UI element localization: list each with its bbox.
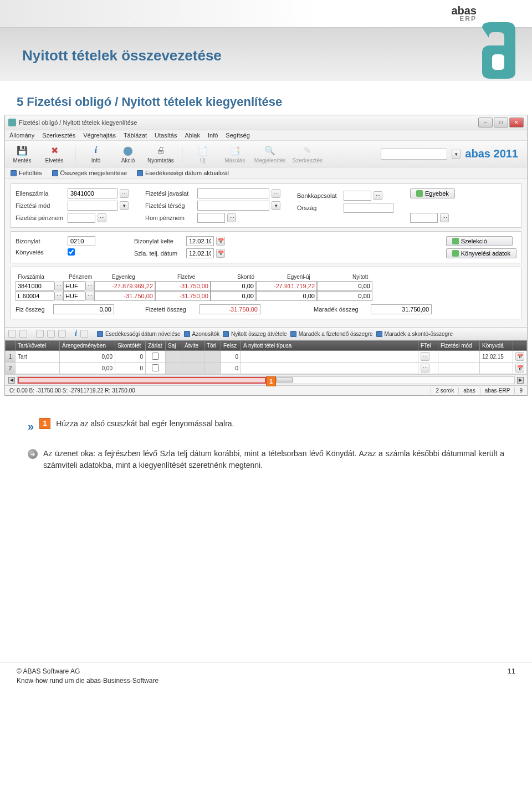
- grid-opt-rem-pay[interactable]: Maradék a fizetendő összegre: [290, 331, 373, 337]
- paragraph-text: Az üzenet oka: a fejrészben lévő Szla te…: [43, 448, 504, 471]
- maradek-osszeg-input[interactable]: [371, 304, 432, 314]
- scroll-track[interactable]: 1: [17, 376, 515, 384]
- info-button[interactable]: i Infó: [82, 143, 110, 165]
- cell-curr-2[interactable]: [63, 291, 85, 301]
- grid-tool-icon[interactable]: [58, 330, 66, 338]
- grid-opt-ids[interactable]: Azonosítók: [184, 331, 219, 337]
- dropdown-icon[interactable]: ▾: [272, 201, 280, 210]
- grid-opt-rem-sk[interactable]: Maradék a skontó-összegre: [376, 331, 453, 337]
- grid-opt-due[interactable]: Esedékességi dátum növelése: [97, 331, 181, 337]
- input-orszag2[interactable]: [410, 213, 438, 223]
- save-button[interactable]: 💾 Mentés: [8, 143, 36, 165]
- menu-instruction[interactable]: Utasítás: [155, 132, 177, 139]
- scroll-thumb[interactable]: [276, 377, 293, 382]
- grid-opt-open[interactable]: Nyitott összeg átvétele: [223, 331, 287, 337]
- action-icon: ⬤: [122, 144, 134, 156]
- option-fill[interactable]: Feltöltés: [11, 170, 42, 176]
- input-ellenszamla[interactable]: [68, 188, 117, 198]
- calendar-icon[interactable]: 📅: [515, 364, 524, 373]
- input-fizetesi-terseg[interactable]: [197, 201, 269, 211]
- input-orszag[interactable]: [344, 203, 393, 213]
- grid-row-1[interactable]: 1 Tart 0,00 0 0 ⋯ 12.02.15 📅: [6, 351, 527, 363]
- grid-checkbox[interactable]: [152, 364, 159, 371]
- grid-tool-icon[interactable]: [8, 330, 16, 338]
- cell-acc-2[interactable]: [16, 291, 54, 301]
- input-fizetesi-penznem[interactable]: [68, 213, 95, 223]
- lookup-icon[interactable]: ⋯: [85, 282, 94, 290]
- input-fizetesi-javaslat[interactable]: [197, 188, 269, 198]
- menu-table[interactable]: Táblázat: [124, 132, 147, 139]
- input-szla-telj[interactable]: [186, 248, 214, 258]
- grid-tool-icon[interactable]: [47, 330, 55, 338]
- fiz-osszeg-input[interactable]: [53, 304, 114, 314]
- calendar-icon[interactable]: 📅: [216, 237, 225, 246]
- grid-checkbox[interactable]: [152, 353, 159, 360]
- menu-window[interactable]: Ablak: [185, 132, 200, 139]
- cell-paid-1[interactable]: [155, 281, 211, 291]
- option-totals[interactable]: Összegek megjelenítése: [52, 170, 127, 176]
- label-fizetesi-javaslat: Fizetési javaslat: [145, 190, 195, 197]
- menu-file[interactable]: Állomány: [9, 132, 34, 139]
- scroll-badge-1: 1: [266, 376, 276, 386]
- cell-paid-2[interactable]: [155, 291, 211, 301]
- cell-open-2[interactable]: [317, 291, 372, 301]
- scroll-right-icon[interactable]: ▶: [517, 377, 524, 384]
- grid-info-icon[interactable]: i: [75, 329, 77, 338]
- cell-sk-1[interactable]: [211, 281, 256, 291]
- lookup-icon[interactable]: ⋯: [374, 191, 382, 200]
- print-button[interactable]: 🖨 Nyomtatás: [146, 143, 175, 165]
- input-fizetesi-mod[interactable]: [68, 201, 117, 211]
- grid-row-2[interactable]: 2 0,00 0 0 ⋯ 📅: [6, 363, 527, 374]
- grid-tool-icon[interactable]: [36, 330, 44, 338]
- cell-eqn-1[interactable]: [256, 281, 317, 291]
- grid-tool-icon[interactable]: [80, 330, 88, 338]
- lookup-icon[interactable]: ⋯: [98, 213, 106, 222]
- menu-exec[interactable]: Végrehajtás: [83, 132, 116, 139]
- input-honi-penznem[interactable]: [197, 213, 225, 223]
- cell-acc-1[interactable]: [16, 281, 54, 291]
- lookup-icon[interactable]: ⋯: [54, 292, 63, 300]
- window-icon: [8, 119, 16, 126]
- dropdown-icon[interactable]: ▾: [120, 201, 129, 210]
- discard-button[interactable]: ✖ Elvetés: [40, 143, 68, 165]
- input-bizonylat-kelte[interactable]: [186, 236, 214, 246]
- szelekcio-button[interactable]: Szelekció: [446, 236, 513, 246]
- input-bankkapcsolat[interactable]: [344, 191, 371, 201]
- lookup-icon[interactable]: ⋯: [440, 213, 449, 222]
- search-dropdown-icon[interactable]: ▾: [452, 150, 461, 159]
- fizetett-osszeg-input[interactable]: [200, 304, 260, 314]
- cell-sk-2[interactable]: [211, 291, 256, 301]
- label-ellenszamla: Ellenszámla: [16, 190, 65, 197]
- lookup-icon[interactable]: ⋯: [421, 364, 429, 373]
- lookup-icon[interactable]: ⋯: [54, 282, 63, 290]
- toolbar-search-input[interactable]: [381, 149, 447, 160]
- lookup-icon[interactable]: ⋯: [272, 189, 280, 198]
- menu-help[interactable]: Segítség: [226, 132, 249, 139]
- cell-curr-1[interactable]: [63, 281, 85, 291]
- scroll-left-icon[interactable]: ◀: [8, 377, 15, 384]
- calendar-icon[interactable]: 📅: [515, 352, 524, 361]
- egyebek-button[interactable]: Egyebek: [410, 188, 455, 198]
- close-button[interactable]: ✕: [509, 118, 524, 127]
- label-orszag: Ország: [297, 205, 341, 211]
- calendar-icon[interactable]: 📅: [216, 249, 225, 258]
- cell-eqn-2[interactable]: [256, 291, 317, 301]
- menu-edit[interactable]: Szerkesztés: [42, 132, 75, 139]
- horizontal-scrollbar[interactable]: ◀ 1 ▶: [5, 374, 527, 385]
- cell-bal-1[interactable]: [94, 281, 155, 291]
- konyvelesi-adatok-button[interactable]: Könyvelési adatok: [446, 248, 516, 258]
- lookup-icon[interactable]: ⋯: [120, 189, 129, 198]
- lookup-icon[interactable]: ⋯: [421, 352, 429, 361]
- option-duedate[interactable]: Esedékességi dátum aktualizál: [137, 170, 229, 176]
- menu-info[interactable]: Infó: [208, 132, 218, 139]
- action-button[interactable]: ⬤ Akció: [114, 143, 142, 165]
- input-bizonylat[interactable]: [68, 236, 95, 246]
- lookup-icon[interactable]: ⋯: [227, 213, 236, 222]
- checkbox-konyveles[interactable]: [68, 248, 75, 256]
- minimize-button[interactable]: −: [478, 118, 493, 127]
- maximize-button[interactable]: □: [494, 118, 508, 127]
- lookup-icon[interactable]: ⋯: [85, 292, 94, 300]
- grid-tool-icon[interactable]: [19, 330, 27, 338]
- cell-open-1[interactable]: [317, 281, 372, 291]
- cell-bal-2[interactable]: [94, 291, 155, 301]
